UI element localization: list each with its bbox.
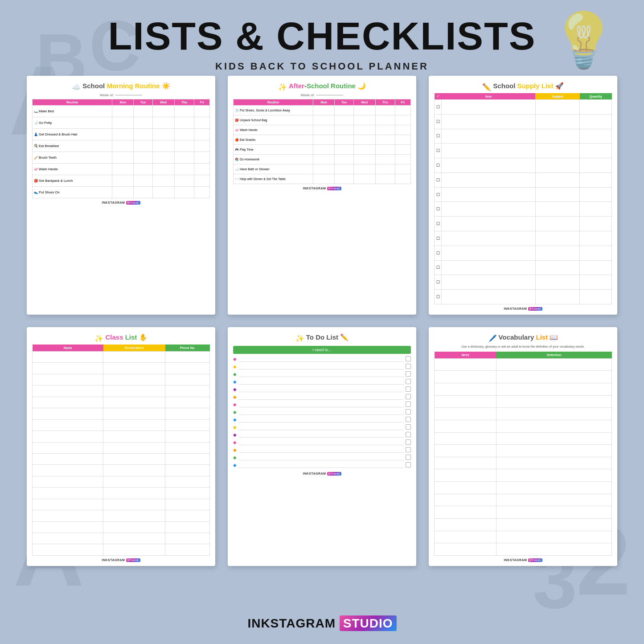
todo-line: [238, 371, 404, 377]
card-brand-morning: INKSTAGRAM STUDIO: [32, 201, 210, 204]
week-of-morning: Week of:: [32, 93, 210, 97]
class-list-card: ✨ Class List ✋ Name Parent Name Phone No…: [27, 327, 215, 566]
todo-checkbox[interactable]: [406, 402, 411, 407]
brand-inkstagram: INKSTAGRAM: [247, 616, 336, 630]
col-fri: Fri: [194, 99, 210, 106]
todo-line: [238, 394, 404, 400]
diamond-icon: ◆: [233, 372, 237, 377]
col-wed-after: Wed: [353, 99, 375, 106]
table-row: [435, 469, 612, 482]
table-row: ☐: [435, 172, 612, 187]
pencil2-icon: ✏️: [340, 333, 349, 341]
table-row: [33, 453, 210, 464]
sun-icon: ☀️: [162, 82, 170, 90]
todo-line: [238, 409, 404, 415]
list-item: ◆: [233, 371, 411, 377]
morning-routine-title: School Morning Routine ☀️: [82, 82, 170, 90]
list-item: ◆: [233, 424, 411, 430]
todo-checkbox[interactable]: [406, 364, 411, 369]
todo-line: [238, 431, 404, 438]
todo-line: [238, 416, 404, 422]
table-row: [435, 358, 612, 371]
col-subject: Subject: [535, 93, 580, 100]
diamond-icon: ◆: [233, 394, 237, 399]
diamond-icon: ◆: [233, 410, 237, 414]
todo-line: [238, 401, 404, 407]
list-item: ◆: [233, 394, 411, 400]
todo-checkbox[interactable]: [406, 379, 411, 384]
todo-line: [238, 454, 404, 460]
todo-checkbox[interactable]: [406, 409, 411, 414]
table-row: [33, 544, 210, 556]
list-item: ◆: [233, 462, 411, 468]
sparkle3-icon: ✨: [295, 334, 304, 343]
todo-checkbox[interactable]: [406, 462, 411, 468]
table-row: 🛏️ Make Bed: [33, 106, 210, 117]
col-name: Name: [33, 345, 103, 352]
table-row: [435, 395, 612, 408]
table-row: [33, 397, 210, 408]
list-item: ◆: [233, 401, 411, 407]
diamond-icon: ◆: [233, 364, 237, 369]
col-thu-after: Thu: [375, 99, 395, 106]
pencil3-icon: 🖊️: [488, 334, 497, 343]
table-row: [33, 408, 210, 419]
col-item: Item: [442, 93, 536, 100]
after-routine-card: ✨ After-School Routine 🌙 Week of: Routin…: [228, 76, 416, 315]
table-row: 📚 Do Homework: [234, 155, 411, 164]
table-row: 🧦 Put Shoes, Socks & Lunchbox Away: [234, 106, 411, 115]
diamond-icon: ◆: [233, 425, 237, 430]
todo-checkbox[interactable]: [406, 439, 411, 445]
col-write: Write: [435, 352, 496, 359]
supply-list-table: ✓ Item Subject Quantity ☐☐☐☐☐☐☐☐☐☐☐☐☐☐: [434, 93, 612, 304]
todo-checkbox[interactable]: [406, 371, 411, 377]
table-row: ☐: [435, 275, 612, 290]
table-row: [435, 518, 612, 531]
week-of-after: Week of:: [233, 93, 411, 97]
table-row: [435, 383, 612, 396]
todo-checkbox[interactable]: [406, 394, 411, 399]
todo-rows-container: ◆◆◆◆◆◆◆◆◆◆◆◆◆◆◆: [233, 356, 411, 469]
table-row: 🧼 Wash Hands: [234, 125, 411, 135]
diamond-icon: ◆: [233, 440, 237, 445]
hand-icon: ✋: [139, 333, 148, 341]
todo-checkbox[interactable]: [406, 417, 411, 422]
diamond-icon: ◆: [233, 432, 237, 437]
col-routine-after: Routine: [234, 99, 313, 106]
col-thu: Thu: [174, 99, 194, 106]
table-row: [33, 374, 210, 385]
vocab-description: Use a dictionary, glossary or ask an adu…: [434, 345, 612, 349]
card-brand-class: INKSTAGRAM STUDIO: [32, 558, 210, 562]
col-wed: Wed: [152, 99, 174, 106]
todo-line: [238, 378, 404, 385]
table-row: [33, 521, 210, 533]
cloud-icon: ☁️: [72, 83, 81, 91]
col-check: ✓: [435, 93, 442, 100]
todo-checkbox[interactable]: [406, 447, 411, 452]
brand-studio: STUDIO: [340, 615, 397, 631]
class-list-title: Class List ✋: [105, 333, 147, 341]
table-row: 🪥 Brush Teeth: [33, 152, 210, 164]
supply-list-title: School Supply List 🚀: [493, 82, 563, 90]
col-fri-after: Fri: [395, 99, 411, 106]
brand-footer: INKSTAGRAM STUDIO: [0, 616, 644, 631]
table-row: [33, 510, 210, 521]
todo-checkbox[interactable]: [406, 455, 411, 460]
card-brand-todo: INKSTAGRAM STUDIO: [233, 472, 411, 475]
todo-checkbox[interactable]: [406, 356, 411, 361]
list-item: ◆: [233, 416, 411, 422]
table-row: [435, 445, 612, 457]
table-row: 🎮 Play Time: [234, 145, 411, 155]
todo-checkbox[interactable]: [406, 386, 411, 392]
diamond-icon: ◆: [233, 379, 237, 384]
todo-checkbox[interactable]: [406, 424, 411, 430]
table-row: ☐: [435, 290, 612, 304]
diamond-icon: ◆: [233, 447, 237, 452]
table-row: [33, 363, 210, 374]
col-mon-after: Mon: [313, 99, 335, 106]
todo-line: [238, 462, 404, 468]
table-row: [33, 386, 210, 397]
todo-checkbox[interactable]: [406, 432, 411, 437]
table-row: ☐: [435, 100, 612, 115]
table-row: [435, 482, 612, 494]
